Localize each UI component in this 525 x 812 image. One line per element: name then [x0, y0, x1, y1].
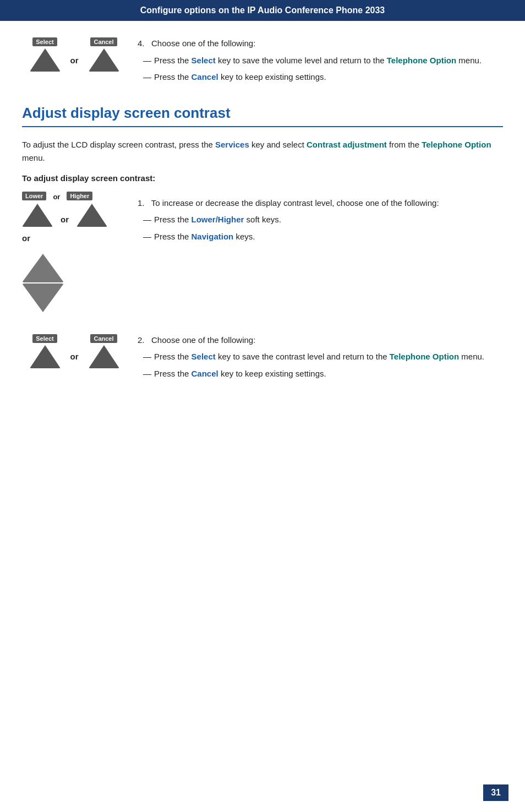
top-bullet-list: Press the Select key to save the volume … [138, 55, 503, 84]
lower-higher-term: Lower/Higher [192, 215, 244, 224]
step2-row: Select or Cancel 2. Choose one of the fo… [22, 334, 503, 385]
cancel-key-group: Cancel [89, 37, 119, 72]
page-content: Select or Cancel 4. Choose one of the fo… [0, 37, 525, 445]
step2-bullets: Press the Select key to save the contras… [138, 351, 503, 380]
step1-intro: To increase or decrease the display cont… [151, 198, 439, 208]
top-keys-inline: Select or Cancel [30, 37, 119, 72]
page-number: 31 [483, 784, 508, 801]
nav-arrow-down [22, 284, 64, 312]
cancel-key-label: Cancel [90, 37, 117, 46]
lower-key-label: Lower [22, 192, 46, 200]
step2-select-arrow-up [30, 345, 61, 368]
select-key-group: Select [30, 37, 61, 72]
top-keys-group: Select or Cancel [22, 37, 127, 75]
step2-cancel-arrow-up [89, 345, 119, 368]
lower-arrow-up [22, 204, 53, 227]
step2-select-key-label: Select [32, 334, 57, 343]
select-key-label: Select [32, 37, 57, 46]
step2-cancel-key-group: Cancel [89, 334, 119, 368]
higher-arrow-up [76, 204, 107, 227]
cancel-term-1: Cancel [192, 72, 218, 81]
lower-higher-label-row: Lower or Higher [22, 192, 92, 203]
step2-bullet-2: Press the Cancel key to keep existing se… [143, 368, 503, 380]
telephone-option-term-2: Telephone Option [422, 140, 491, 149]
top-step-intro: Choose one of the following: [151, 39, 255, 48]
navigation-term: Navigation [192, 232, 234, 241]
step2-intro-line: 2. Choose one of the following: [138, 334, 503, 347]
select-term: Select [192, 56, 216, 65]
procedure-label: To adjust display screen contrast: [22, 173, 503, 183]
step2-number: 2. [138, 335, 145, 345]
step1-bullets: Press the Lower/Higher soft keys. Press … [138, 214, 503, 243]
step2-bullet-1: Press the Select key to save the contras… [143, 351, 503, 363]
nav-diamond [22, 254, 64, 312]
step1-bullet-1: Press the Lower/Higher soft keys. [143, 214, 503, 226]
intro-text: To adjust the LCD display screen contras… [22, 138, 503, 165]
step1-bullet-2: Press the Navigation keys. [143, 231, 503, 243]
nav-arrow-up [22, 254, 64, 282]
step2-cancel-key-label: Cancel [90, 334, 117, 343]
step1-or-inline: or [53, 193, 60, 201]
step2-cancel-term: Cancel [192, 369, 218, 378]
step1-row: Lower or Higher or or 1. [22, 192, 503, 312]
section-heading: Adjust display screen contrast [22, 105, 503, 122]
step1-number: 1. [138, 198, 145, 208]
section-divider [22, 126, 503, 127]
top-bullet-2: Press the Cancel key to keep existing se… [143, 71, 503, 84]
nav-keys-group [22, 254, 64, 312]
higher-key-label: Higher [67, 192, 92, 200]
select-arrow-up [30, 48, 61, 72]
cancel-arrow-up [89, 48, 119, 72]
telephone-option-term-3: Telephone Option [390, 352, 459, 361]
step2-select-key-group: Select [30, 334, 61, 368]
step2-keys-group: Select or Cancel [22, 334, 127, 372]
step2-keys-inline: Select or Cancel [30, 334, 119, 368]
step1-keys-block: Lower or Higher or or [22, 192, 127, 312]
telephone-option-term-1: Telephone Option [387, 56, 456, 65]
services-term: Services [215, 140, 249, 149]
lower-higher-arrows: or [22, 204, 107, 227]
top-step-number-intro: 4. Choose one of the following: [138, 37, 503, 50]
contrast-adjustment-term: Contrast adjustment [307, 140, 387, 149]
top-step-row: Select or Cancel 4. Choose one of the fo… [22, 37, 503, 88]
top-or-text: or [70, 56, 79, 65]
top-step-number: 4. [138, 39, 145, 48]
step1-intro-line: 1. To increase or decrease the display c… [138, 197, 503, 210]
header-bar: Configure options on the IP Audio Confer… [0, 0, 525, 21]
top-step-content: 4. Choose one of the following: Press th… [138, 37, 503, 88]
step1-or-vertical: or [22, 233, 30, 243]
step2-select-term: Select [192, 352, 216, 361]
step2-content: 2. Choose one of the following: Press th… [138, 334, 503, 385]
top-bullet-1: Press the Select key to save the volume … [143, 55, 503, 67]
step2-or-text: or [70, 352, 79, 361]
header-title: Configure options on the IP Audio Confer… [140, 6, 385, 15]
step1-content: 1. To increase or decrease the display c… [138, 197, 503, 248]
step1-or-arrows: or [61, 215, 69, 224]
step2-intro: Choose one of the following: [151, 335, 255, 345]
